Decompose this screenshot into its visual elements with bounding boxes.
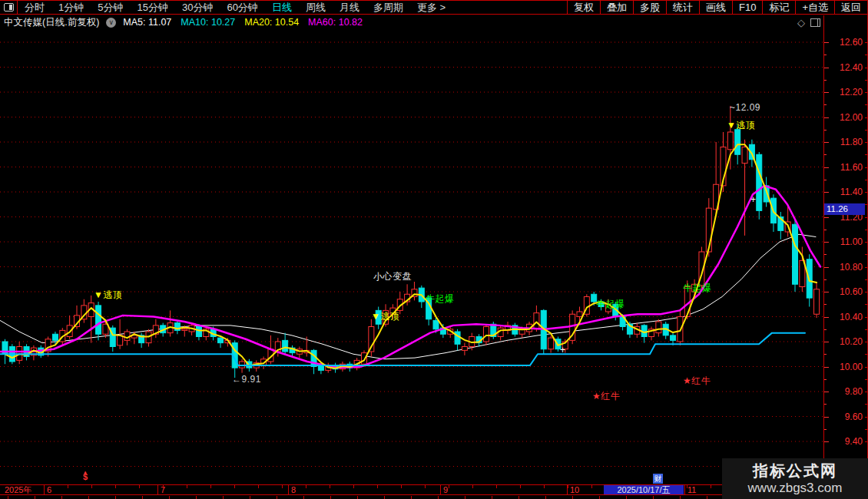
axis-tick [865,204,867,205]
axis-tick [865,292,867,292]
time-axis-tick [139,485,140,488]
time-axis-month-label: 10 [570,486,579,494]
axis-tick [865,180,867,180]
selected-date-badge: 2025/10/17/五 [604,485,684,494]
time-axis-tick [496,485,497,488]
sliver-tick [142,496,143,499]
signal-annotation: ~12.09 [730,102,760,113]
dividend-marker: ▲$ [83,471,88,480]
axis-tick [824,55,827,55]
axis-tick [865,154,867,155]
axis-tick [824,154,827,155]
signal-annotation: 牛起爆 [426,292,455,306]
sliver-tick [518,496,519,499]
axis-tick [865,317,867,318]
axis-price-label: 11.00 [827,237,863,247]
axis-tick [824,230,827,230]
sliver-tick [223,496,224,499]
axis-tick [824,80,827,81]
time-axis-month-label: 11 [687,486,696,494]
axis-tick [865,404,867,405]
candlestick-chart[interactable]: ▼逃顶←9.91小心变盘▼逃顶牛起爆牛起爆牛起爆★红牛★红牛~12.09▼逃顶+… [0,0,823,499]
signal-annotation: + [750,194,757,205]
axis-price-label: 10.40 [827,312,863,322]
stock-app-window: 分时1分钟5分钟15分钟30分钟60分钟日线周线月线多周期更多 > 复权叠加多股… [0,0,868,499]
time-axis-tick [234,485,235,488]
axis-tick [865,441,867,442]
time-axis-month-label: 9 [443,486,448,494]
time-axis-tick [568,485,568,488]
axis-tick [865,392,867,392]
candle [196,327,201,337]
candle [96,306,101,334]
signal-annotation: + [560,345,566,355]
sliver-tick [653,496,654,499]
time-axis-tick [163,485,164,488]
time-axis-tick [472,485,473,488]
axis-tick [865,242,867,243]
candle [283,340,288,352]
candle [52,334,58,340]
sliver-tick [572,496,573,499]
axis-tick [865,55,867,55]
tool-button[interactable]: 返回 [835,1,868,14]
candle [118,335,123,345]
axis-tick [865,429,867,430]
candle [548,338,554,349]
axis-price-label: 11.60 [827,163,863,173]
sliver-tick [196,496,197,499]
time-axis-tick [282,485,283,488]
sliver-tick [384,496,385,499]
sliver-tick [35,496,35,499]
axis-tick [865,92,867,93]
axis-tick [865,254,867,255]
time-axis-tick [591,485,592,488]
time-axis-tick [687,485,687,488]
time-axis-tick [353,485,354,488]
axis-price-label: 10.60 [827,287,863,297]
month-divider [157,485,158,494]
axis-tick [865,142,867,143]
sliver-tick [277,496,277,499]
time-axis-tick [425,485,426,488]
axis-tick [865,304,867,305]
candle [671,335,676,341]
signal-annotation: 小心变盘 [373,270,412,283]
time-axis-tick [520,485,521,488]
time-axis[interactable]: 2025年678910112025/10/17/五 [0,484,823,495]
signal-annotation: ★红牛 [592,390,620,403]
sliver-tick [599,496,600,499]
sliver-tick [357,496,358,499]
sliver-tick [250,496,250,499]
candle [757,154,762,210]
axis-tick [865,279,867,280]
sliver-tick [330,496,331,499]
axis-tick [824,180,827,180]
axis-tick [865,68,867,68]
sliver-tick [115,496,116,499]
axis-price-label: 12.40 [827,63,863,73]
month-divider [684,485,685,494]
price-axis: 12.6012.4012.2012.0011.8011.6011.4011.20… [824,29,868,484]
candle [764,186,769,202]
watermark-url: www.zbgs3.com [748,480,843,496]
time-axis-tick [210,485,211,488]
axis-price-label: 9.60 [827,412,863,422]
sliver-tick [169,496,170,499]
time-axis-tick [330,485,330,488]
candle [727,132,733,150]
axis-price-label: 12.60 [827,38,863,48]
axis-price-label: 10.80 [827,263,863,273]
axis-tick [865,354,867,355]
candle [793,224,798,284]
axis-tick [865,104,867,105]
chart-canvas [0,29,823,484]
time-axis-tick [711,485,711,488]
axis-price-label: 11.80 [827,137,863,147]
axis-price-label: 12.20 [827,88,863,97]
time-axis-tick [258,485,259,488]
axis-tick [824,354,827,355]
watermark: 指标公式网 www.zbgs3.com [722,458,868,499]
axis-tick [865,130,867,131]
axis-tick [865,117,867,118]
